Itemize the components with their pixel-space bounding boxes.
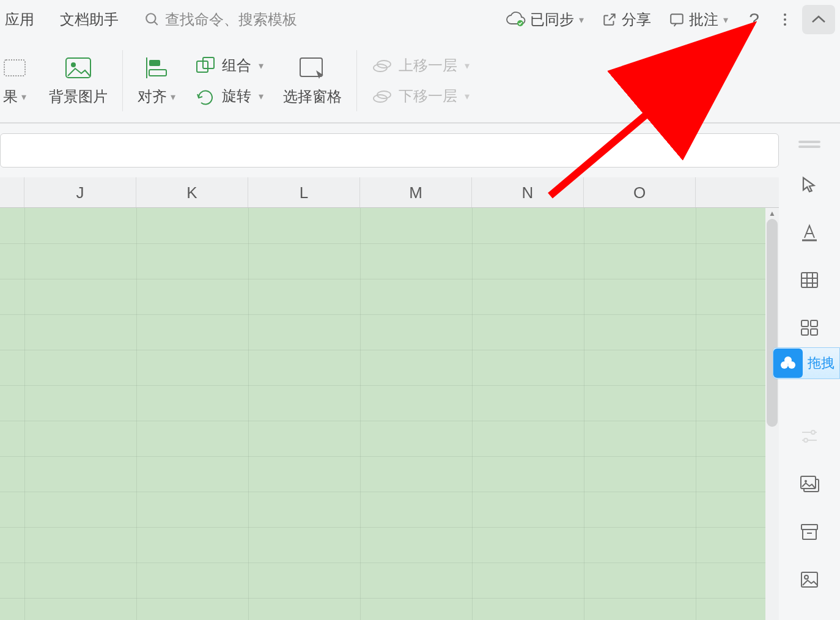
move-up-icon: [372, 57, 392, 74]
baidu-drag-tag[interactable]: 拖拽: [773, 347, 840, 379]
svg-rect-34: [801, 525, 817, 530]
annotate-button[interactable]: 批注▾: [663, 7, 733, 32]
baidu-cloud-icon: [773, 349, 803, 378]
image-icon: [64, 56, 92, 79]
col-header[interactable]: L: [248, 177, 360, 207]
col-header-edge[interactable]: [0, 177, 24, 207]
col-header[interactable]: M: [360, 177, 472, 207]
col-header[interactable]: J: [24, 177, 136, 207]
svg-rect-9: [149, 70, 166, 76]
sync-status-button[interactable]: 已同步▾: [501, 7, 589, 32]
ribbon-bg-image[interactable]: 背景图片: [39, 55, 117, 106]
svg-point-41: [784, 356, 792, 364]
sidebar-apps-tool[interactable]: [798, 317, 820, 339]
top-menu-bar: 应用 文档助手 查找命令、搜索模板 已同步▾ 分享 批注▾ ?: [0, 0, 840, 39]
rotate-icon: [195, 87, 216, 105]
scroll-up-arrow[interactable]: ▲: [768, 209, 776, 218]
ribbon-align[interactable]: 对齐▾: [128, 55, 185, 106]
cursor-icon: [800, 175, 819, 194]
picture-icon: [800, 570, 819, 589]
sidebar-settings-tool[interactable]: [798, 426, 820, 448]
svg-point-30: [804, 438, 808, 442]
col-header[interactable]: O: [584, 177, 696, 207]
svg-rect-23: [801, 320, 808, 327]
collapse-ribbon-button[interactable]: [802, 5, 835, 34]
svg-line-1: [154, 21, 157, 24]
svg-rect-24: [811, 320, 817, 327]
caret-down-icon: ▾: [723, 14, 728, 26]
svg-rect-35: [803, 530, 816, 539]
caret-down-icon: ▾: [579, 14, 584, 26]
group-icon: [195, 56, 216, 75]
formula-bar[interactable]: [0, 133, 779, 168]
more-menu-button[interactable]: [775, 13, 795, 26]
svg-rect-26: [811, 329, 817, 335]
ribbon-toolbar: 果▾ 背景图片 对齐▾ 组合▾ 旋转▾ 选择窗格 上移一层▾ 下移一层▾: [0, 39, 840, 124]
col-header[interactable]: K: [136, 177, 248, 207]
menu-app[interactable]: 应用: [5, 10, 34, 29]
svg-rect-25: [801, 329, 808, 335]
search-placeholder: 查找命令、搜索模板: [165, 10, 297, 29]
chevron-up-icon: [811, 14, 827, 25]
ribbon-rotate[interactable]: 旋转▾: [195, 86, 263, 106]
menu-doc-helper[interactable]: 文档助手: [60, 10, 119, 29]
baidu-tag-label: 拖拽: [808, 354, 834, 372]
sidebar-style-tool[interactable]: [798, 221, 820, 243]
column-headers: J K L M N O: [0, 177, 779, 208]
share-button[interactable]: 分享: [596, 7, 656, 32]
ribbon-move-down: 下移一层▾: [372, 86, 470, 106]
svg-point-38: [805, 575, 808, 579]
sidebar-archive-tool[interactable]: [798, 521, 820, 543]
help-button[interactable]: ?: [740, 9, 768, 30]
ribbon-select-pane[interactable]: 选择窗格: [273, 55, 352, 106]
col-header[interactable]: N: [472, 177, 584, 207]
svg-rect-8: [149, 60, 160, 66]
select-pane-icon: [298, 56, 327, 80]
search-box[interactable]: 查找命令、搜索模板: [144, 10, 297, 29]
effect-icon: [3, 59, 26, 77]
text-style-icon: [800, 223, 819, 242]
spreadsheet-grid[interactable]: J K L M N O ▲: [0, 177, 779, 620]
sidebar-gallery-tool[interactable]: [798, 473, 820, 495]
archive-icon: [800, 523, 819, 541]
apps-icon: [800, 319, 819, 337]
gallery-icon: [799, 474, 820, 494]
scrollbar-thumb[interactable]: [767, 219, 778, 427]
sidebar-select-tool[interactable]: [798, 174, 820, 196]
svg-rect-4: [4, 60, 25, 76]
svg-point-28: [811, 430, 815, 434]
ribbon-effect[interactable]: 果▾: [0, 55, 39, 106]
ribbon-move-up: 上移一层▾: [372, 56, 470, 75]
cloud-sync-icon: [506, 12, 526, 28]
align-icon: [144, 56, 169, 79]
move-down-icon: [372, 87, 392, 105]
table-icon: [800, 271, 819, 289]
search-icon: [144, 12, 160, 28]
svg-rect-3: [671, 14, 683, 23]
svg-rect-18: [801, 273, 817, 287]
cells-area[interactable]: [0, 208, 779, 620]
sidebar-image-tool[interactable]: [798, 569, 820, 591]
sidebar-table-tool[interactable]: [798, 269, 820, 291]
vertical-scrollbar[interactable]: ▲: [765, 208, 779, 620]
svg-point-0: [146, 13, 155, 23]
sliders-icon: [800, 428, 819, 445]
svg-point-6: [71, 62, 76, 67]
share-icon: [601, 12, 618, 28]
annotate-icon: [668, 12, 685, 28]
ribbon-group[interactable]: 组合▾: [195, 56, 263, 75]
svg-point-33: [805, 480, 807, 482]
